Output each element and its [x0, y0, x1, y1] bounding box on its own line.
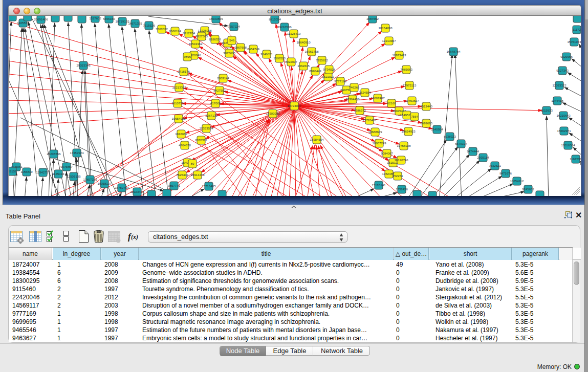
- svg-text:8938923: 8938923: [444, 135, 456, 138]
- svg-text:16033809: 16033809: [209, 17, 223, 20]
- svg-text:9896: 9896: [184, 55, 191, 58]
- svg-text:13226058: 13226058: [198, 29, 212, 32]
- svg-text:9329966: 9329966: [560, 55, 573, 58]
- svg-text:8912954: 8912954: [183, 31, 195, 35]
- svg-text:19756928: 19756928: [397, 144, 411, 147]
- svg-text:16782759: 16782759: [115, 186, 129, 189]
- svg-text:417006: 417006: [210, 101, 221, 105]
- svg-text:9146821: 9146821: [260, 52, 273, 56]
- svg-text:17975115: 17975115: [403, 83, 417, 87]
- svg-text:6466160: 6466160: [103, 17, 115, 20]
- svg-text:9857771: 9857771: [168, 184, 180, 187]
- svg-text:16914479: 16914479: [190, 173, 205, 177]
- svg-text:9327505: 9327505: [195, 34, 208, 38]
- svg-text:7632621: 7632621: [489, 164, 501, 167]
- svg-text:9777169: 9777169: [334, 79, 346, 83]
- svg-text:9227343: 9227343: [556, 69, 569, 72]
- svg-text:15136141: 15136141: [372, 183, 386, 187]
- svg-text:2803144: 2803144: [217, 76, 229, 80]
- svg-text:746266: 746266: [349, 85, 360, 89]
- svg-text:1244418: 1244418: [551, 99, 563, 102]
- svg-text:1610755: 1610755: [171, 101, 184, 105]
- svg-text:12505135: 12505135: [67, 174, 81, 178]
- svg-text:1916682: 1916682: [175, 132, 187, 136]
- svg-text:19654923: 19654923: [401, 129, 416, 133]
- svg-text:3215933: 3215933: [540, 108, 553, 112]
- svg-text:15716485: 15716485: [202, 184, 216, 188]
- svg-text:20206556: 20206556: [47, 152, 61, 156]
- svg-text:10719155: 10719155: [115, 19, 129, 23]
- svg-text:1640954: 1640954: [431, 127, 443, 131]
- svg-text:8471676: 8471676: [499, 171, 512, 175]
- svg-text:20364456: 20364456: [345, 97, 360, 101]
- svg-text:39159: 39159: [9, 169, 17, 173]
- svg-text:12213967: 12213967: [382, 39, 396, 42]
- svg-text:7564: 7564: [411, 115, 418, 118]
- svg-text:8990443: 8990443: [309, 69, 321, 73]
- svg-text:15720407: 15720407: [362, 118, 377, 122]
- svg-text:9975857: 9975857: [60, 165, 73, 168]
- svg-text:7485063: 7485063: [400, 68, 412, 71]
- svg-text:18807249: 18807249: [372, 141, 386, 145]
- svg-text:546: 546: [229, 38, 235, 42]
- svg-text:7955812: 7955812: [316, 58, 328, 62]
- svg-text:4704678: 4704678: [179, 143, 191, 147]
- svg-text:18640910: 18640910: [296, 40, 311, 44]
- svg-text:7357224: 7357224: [228, 25, 240, 28]
- svg-text:17016504: 17016504: [561, 143, 575, 147]
- svg-text:9734028: 9734028: [323, 68, 335, 71]
- svg-text:19218506: 19218506: [277, 25, 292, 29]
- svg-text:1733426: 1733426: [396, 187, 408, 191]
- svg-text:6699695: 6699695: [420, 121, 432, 125]
- svg-text:8427552: 8427552: [213, 89, 226, 92]
- svg-text:2087662: 2087662: [366, 17, 379, 20]
- svg-text:18300295: 18300295: [266, 112, 280, 115]
- svg-text:(x): (x): [131, 233, 138, 240]
- svg-text:9245652: 9245652: [522, 187, 534, 191]
- svg-text:62160: 62160: [387, 101, 397, 105]
- svg-text:10688609: 10688609: [368, 130, 382, 134]
- svg-text:3624554: 3624554: [359, 91, 371, 94]
- svg-text:12353594: 12353594: [199, 126, 213, 130]
- svg-text:16961758: 16961758: [304, 50, 319, 53]
- svg-text:1621022: 1621022: [322, 75, 334, 78]
- svg-text:3267130: 3267130: [205, 114, 217, 117]
- svg-text:9084067: 9084067: [381, 151, 393, 155]
- svg-text:17359924: 17359924: [70, 151, 84, 155]
- svg-text:8660124: 8660124: [169, 29, 181, 33]
- svg-text:1362615: 1362615: [297, 64, 310, 68]
- svg-text:1156819: 1156819: [20, 170, 33, 173]
- svg-text:1527602: 1527602: [89, 16, 101, 20]
- svg-text:8186328: 8186328: [209, 37, 221, 41]
- svg-text:16210643: 16210643: [556, 114, 571, 117]
- svg-text:20691406: 20691406: [34, 17, 48, 21]
- svg-text:7625402: 7625402: [176, 173, 188, 177]
- svg-text:3875685: 3875685: [223, 51, 235, 55]
- svg-text:1167533: 1167533: [570, 157, 581, 161]
- svg-text:29053346: 29053346: [76, 63, 91, 67]
- svg-text:8454749: 8454749: [247, 47, 259, 51]
- svg-text:2935114: 2935114: [477, 156, 489, 159]
- svg-text:8878332: 8878332: [195, 138, 207, 142]
- svg-text:16120746: 16120746: [394, 158, 408, 162]
- svg-text:6679197: 6679197: [455, 142, 467, 145]
- svg-text:10973493: 10973493: [392, 53, 406, 57]
- svg-text:19463627: 19463627: [405, 99, 419, 102]
- svg-text:19958137: 19958137: [97, 182, 112, 185]
- svg-text:12093322: 12093322: [552, 83, 567, 87]
- svg-text:15692971: 15692971: [557, 129, 571, 133]
- svg-text:19654985: 19654985: [171, 117, 186, 120]
- svg-text:1145194: 1145194: [52, 172, 64, 176]
- svg-text:18724007: 18724007: [287, 104, 301, 107]
- svg-text:10154838: 10154838: [378, 26, 393, 30]
- svg-text:1405571: 1405571: [17, 21, 29, 25]
- svg-text:10543362: 10543362: [188, 42, 203, 46]
- svg-text:8322037: 8322037: [285, 60, 297, 63]
- svg-text:10807487: 10807487: [371, 96, 385, 100]
- svg-text:89: 89: [191, 162, 194, 165]
- svg-text:9513440: 9513440: [420, 104, 432, 108]
- svg-text:8813054: 8813054: [269, 17, 281, 21]
- svg-text:17857225: 17857225: [83, 178, 97, 181]
- svg-text:12942757: 12942757: [36, 170, 50, 174]
- svg-text:19384554: 19384554: [310, 138, 324, 141]
